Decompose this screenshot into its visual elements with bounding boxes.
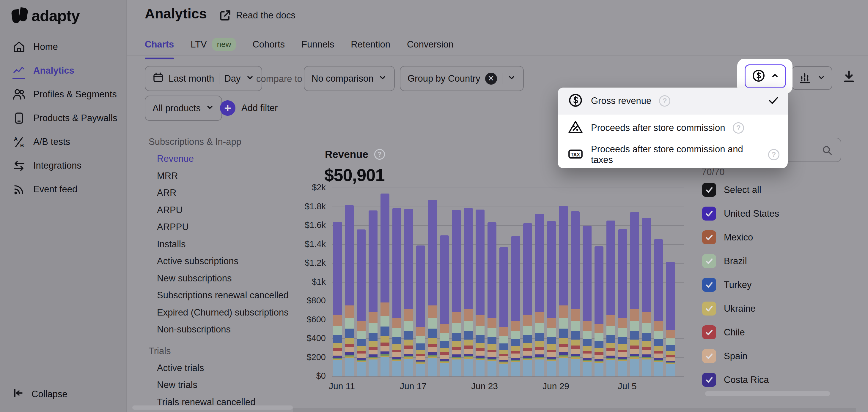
bar-jun-12[interactable] <box>345 205 354 376</box>
bar-jul-9[interactable] <box>666 262 675 376</box>
revenue-mode-button[interactable] <box>745 64 786 88</box>
sidebar-item-products-paywalls[interactable]: Products & Paywalls <box>0 106 126 130</box>
help-icon[interactable]: ? <box>374 149 385 160</box>
countries-scrollbar[interactable] <box>705 391 830 396</box>
bar-jun-16[interactable] <box>392 208 401 376</box>
bar-jun-23[interactable] <box>476 210 485 376</box>
metric-item-mrr[interactable]: MRR <box>157 171 178 181</box>
checkbox-row-country-costa-rica[interactable]: Costa Rica <box>702 373 769 387</box>
metric-item-non-subscriptions[interactable]: Non-subscriptions <box>157 324 231 335</box>
sidebar-item-analytics[interactable]: Analytics <box>0 59 126 82</box>
bar-segment-costa-rica <box>333 355 342 358</box>
sidebar-item-home[interactable]: Home <box>0 35 126 59</box>
page-title: Analytics <box>145 5 207 22</box>
bar-segment-other-1 <box>571 359 580 376</box>
bar-jun-20[interactable] <box>440 235 449 376</box>
bar-jun-19[interactable] <box>428 200 437 376</box>
metric-item-arpu[interactable]: ARPU <box>157 205 183 215</box>
read-the-docs-link[interactable]: Read the docs <box>236 10 296 21</box>
bar-jun-27[interactable] <box>523 223 532 376</box>
help-icon[interactable]: ? <box>768 149 779 160</box>
tab-retention[interactable]: Retention <box>351 39 390 50</box>
bar-jun-28[interactable] <box>535 214 544 376</box>
download-icon[interactable] <box>841 69 857 85</box>
checkbox-select-all[interactable] <box>702 183 716 197</box>
checkbox-row-country-brazil[interactable]: Brazil <box>702 254 747 268</box>
bar-jun-14[interactable] <box>369 210 377 376</box>
sidebar-item-profiles-segments[interactable]: Profiles & Segments <box>0 82 126 106</box>
menu-item-proceeds-after-store-commission-and-taxes[interactable]: TAX Proceeds after store commission and … <box>558 141 788 168</box>
bar-segment-chile <box>559 344 568 347</box>
tab-funnels[interactable]: Funnels <box>302 39 334 50</box>
metric-item-active-trials[interactable]: Active trials <box>157 363 204 373</box>
bar-jun-15[interactable] <box>380 194 390 376</box>
bar-jun-21[interactable] <box>452 210 461 376</box>
bar-jul-8[interactable] <box>654 239 663 376</box>
bar-jun-24[interactable] <box>488 222 496 376</box>
tab-charts[interactable]: Charts <box>145 39 174 50</box>
products-dropdown[interactable]: All products <box>145 96 222 121</box>
external-link-icon[interactable] <box>219 9 232 23</box>
checkbox-country-brazil[interactable] <box>702 254 716 268</box>
tab-ltv[interactable]: LTVnew <box>190 38 236 51</box>
bar-jul-4[interactable] <box>607 220 615 376</box>
checkbox-row-country-turkey[interactable]: Turkey <box>702 278 752 292</box>
bar-segment-ukraine <box>416 350 425 354</box>
add-filter-button[interactable]: + Add filter <box>220 100 278 116</box>
checkbox-country-ukraine[interactable] <box>702 302 716 315</box>
metric-item-new-trials[interactable]: New trials <box>157 380 197 390</box>
metric-item-subscriptions-renewal-cancelled[interactable]: Subscriptions renewal cancelled <box>157 290 289 301</box>
checkbox-row-country-chile[interactable]: Chile <box>702 325 745 339</box>
bar-jun-22[interactable] <box>464 208 473 376</box>
metric-item-new-subscriptions[interactable]: New subscriptions <box>157 273 232 284</box>
checkbox-country-turkey[interactable] <box>702 278 716 292</box>
sidebar-item-integrations[interactable]: Integrations <box>0 154 126 177</box>
metric-item-arppu[interactable]: ARPPU <box>157 222 189 232</box>
tab-cohorts[interactable]: Cohorts <box>252 39 285 50</box>
menu-item-gross-revenue[interactable]: Gross revenue ? <box>558 88 788 114</box>
clear-group-by-icon[interactable]: ✕ <box>485 73 497 84</box>
bar-jul-1[interactable] <box>571 211 580 376</box>
bar-jun-25[interactable] <box>499 247 508 376</box>
bar-jun-26[interactable] <box>511 236 520 376</box>
bar-jun-18[interactable] <box>416 245 425 376</box>
comparison-dropdown[interactable]: No comparison <box>304 66 395 91</box>
bar-jun-29[interactable] <box>547 221 556 376</box>
chart-type-dropdown[interactable] <box>792 66 832 90</box>
bar-jul-7[interactable] <box>642 218 651 376</box>
group-by-dropdown[interactable]: Group by Country ✕ <box>400 66 524 91</box>
checkbox-row-country-mexico[interactable]: Mexico <box>702 230 753 244</box>
metric-item-active-subscriptions[interactable]: Active subscriptions <box>157 256 239 267</box>
metric-item-expired-churned-subscriptions[interactable]: Expired (Churned) subscriptions <box>157 307 289 318</box>
bar-jun-17[interactable] <box>404 209 413 376</box>
adapty-logo[interactable]: adapty <box>12 6 80 25</box>
checkbox-row-country-united-states[interactable]: United States <box>702 207 779 220</box>
sidebar-item-event-feed[interactable]: Event feed <box>0 177 126 201</box>
bar-jun-30[interactable] <box>559 206 568 376</box>
metric-item-arr[interactable]: ARR <box>157 187 176 198</box>
metrics-scrollbar[interactable] <box>132 406 293 410</box>
bar-jul-5[interactable] <box>618 229 627 376</box>
checkbox-country-costa-rica[interactable] <box>702 373 716 387</box>
checkbox-row-select-all[interactable]: Select all <box>702 183 761 197</box>
tab-conversion[interactable]: Conversion <box>407 39 454 50</box>
checkbox-country-chile[interactable] <box>702 325 716 339</box>
sidebar-item-a-b-tests[interactable]: AB A/B tests <box>0 130 126 154</box>
help-icon[interactable]: ? <box>659 95 670 107</box>
checkbox-row-country-spain[interactable]: Spain <box>702 349 747 363</box>
sidebar-collapse-button[interactable]: Collapse <box>12 387 67 401</box>
checkbox-row-country-ukraine[interactable]: Ukraine <box>702 302 756 315</box>
menu-item-proceeds-after-store-commission[interactable]: Proceeds after store commission ? <box>558 114 788 142</box>
bar-jun-13[interactable] <box>357 230 366 376</box>
date-range-dropdown[interactable]: Last month Day <box>145 66 262 91</box>
help-icon[interactable]: ? <box>733 122 744 134</box>
checkbox-country-spain[interactable] <box>702 349 716 363</box>
checkbox-country-united-states[interactable] <box>702 207 716 220</box>
metric-item-revenue[interactable]: Revenue <box>157 153 194 164</box>
bar-jun-11[interactable] <box>333 222 342 376</box>
checkbox-country-mexico[interactable] <box>702 230 716 244</box>
metric-item-installs[interactable]: Installs <box>157 239 185 250</box>
bar-jul-3[interactable] <box>594 246 603 376</box>
bar-jul-2[interactable] <box>583 226 592 376</box>
bar-jul-6[interactable] <box>630 212 639 376</box>
